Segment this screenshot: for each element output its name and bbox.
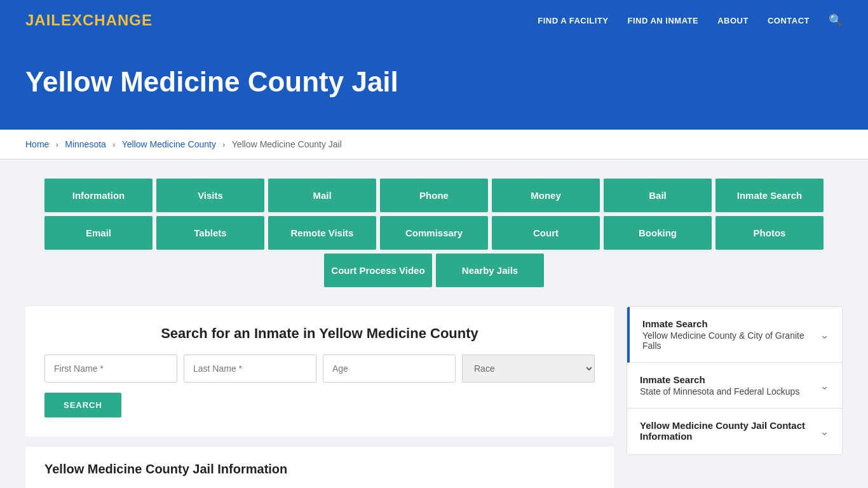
- tab-booking[interactable]: Booking: [604, 216, 712, 250]
- chevron-down-icon-2: ⌄: [820, 379, 829, 393]
- sidebar-item-content-2: Inmate Search State of Minnesota and Fed…: [640, 374, 799, 396]
- tab-photos[interactable]: Photos: [715, 216, 824, 250]
- logo-exchange: EXCHANGE: [61, 11, 153, 29]
- chevron-down-icon-1: ⌄: [820, 328, 829, 342]
- tab-nearby-jails[interactable]: Nearby Jails: [436, 254, 544, 287]
- tab-tablets[interactable]: Tablets: [156, 216, 264, 250]
- breadcrumb-minnesota[interactable]: Minnesota: [65, 139, 106, 149]
- tab-visits[interactable]: Visits: [156, 179, 264, 212]
- tab-phone[interactable]: Phone: [380, 179, 488, 212]
- breadcrumb-current: Yellow Medicine County Jail: [232, 139, 342, 149]
- hero-banner: Yellow Medicine County Jail: [0, 41, 868, 130]
- sidebar-item-content-3: Yellow Medicine County Jail Contact Info…: [640, 420, 813, 443]
- last-name-input[interactable]: [184, 355, 316, 383]
- search-title: Search for an Inmate in Yellow Medicine …: [44, 325, 595, 342]
- sidebar-item-title-3: Yellow Medicine County Jail Contact Info…: [640, 420, 813, 442]
- tab-mail[interactable]: Mail: [268, 179, 376, 212]
- tabs-row-2: Email Tablets Remote Visits Commissary C…: [25, 216, 843, 250]
- tab-court[interactable]: Court: [492, 216, 600, 250]
- sidebar-item-title-2: Inmate Search: [640, 374, 799, 385]
- breadcrumb-yellow-medicine-county[interactable]: Yellow Medicine County: [122, 139, 216, 149]
- inmate-search-panel: Search for an Inmate in Yellow Medicine …: [25, 306, 614, 437]
- nav-about[interactable]: ABOUT: [717, 16, 749, 25]
- tab-inmate-search[interactable]: Inmate Search: [715, 179, 824, 212]
- site-header: JAILEXCHANGE FIND A FACILITY FIND AN INM…: [0, 0, 868, 41]
- breadcrumb-home[interactable]: Home: [25, 139, 49, 149]
- tab-remote-visits[interactable]: Remote Visits: [268, 216, 376, 250]
- breadcrumb-sep-1: ›: [56, 140, 58, 149]
- sidebar-item-content-1: Inmate Search Yellow Medicine County & C…: [642, 318, 813, 351]
- tab-money[interactable]: Money: [492, 179, 600, 212]
- breadcrumb-sep-3: ›: [222, 140, 225, 149]
- tab-court-process-video[interactable]: Court Process Video: [324, 254, 432, 287]
- sidebar-item-inmate-search-local[interactable]: Inmate Search Yellow Medicine County & C…: [627, 307, 842, 363]
- tabs-grid: Information Visits Mail Phone Money Bail…: [25, 179, 843, 287]
- search-button[interactable]: SEARCH: [44, 393, 121, 417]
- search-fields: Race White Black Hispanic Asian Other: [44, 355, 595, 383]
- tabs-row-3: Court Process Video Nearby Jails: [25, 254, 843, 287]
- sidebar-item-contact-info[interactable]: Yellow Medicine County Jail Contact Info…: [627, 409, 842, 454]
- breadcrumb: Home › Minnesota › Yellow Medicine Count…: [0, 130, 868, 159]
- tabs-row-1: Information Visits Mail Phone Money Bail…: [25, 179, 843, 212]
- jail-info-title: Yellow Medicine County Jail Information: [44, 462, 595, 477]
- sidebar-item-title-1: Inmate Search: [642, 318, 813, 329]
- sidebar-item-sub-2: State of Minnesota and Federal Lockups: [640, 386, 799, 396]
- race-select[interactable]: Race White Black Hispanic Asian Other: [462, 355, 595, 383]
- sidebar: Inmate Search Yellow Medicine County & C…: [627, 306, 843, 455]
- breadcrumb-sep-2: ›: [112, 140, 115, 149]
- age-input[interactable]: [323, 355, 456, 383]
- sidebar-item-inmate-search-state[interactable]: Inmate Search State of Minnesota and Fed…: [627, 363, 842, 409]
- first-name-input[interactable]: [44, 355, 177, 383]
- page-title: Yellow Medicine County Jail: [25, 66, 843, 98]
- tab-commissary[interactable]: Commissary: [380, 216, 488, 250]
- main-content: Information Visits Mail Phone Money Bail…: [0, 159, 868, 488]
- tab-bail[interactable]: Bail: [604, 179, 712, 212]
- main-nav: FIND A FACILITY FIND AN INMATE ABOUT CON…: [538, 13, 843, 27]
- tab-information[interactable]: Information: [44, 179, 153, 212]
- sidebar-item-sub-1: Yellow Medicine County & City of Granite…: [642, 330, 813, 351]
- nav-contact[interactable]: CONTACT: [768, 16, 810, 25]
- nav-find-facility[interactable]: FIND A FACILITY: [538, 16, 608, 25]
- site-logo[interactable]: JAILEXCHANGE: [25, 11, 153, 29]
- header-search-button[interactable]: 🔍: [829, 13, 843, 27]
- lower-section: Search for an Inmate in Yellow Medicine …: [25, 306, 843, 488]
- tab-email[interactable]: Email: [44, 216, 153, 250]
- nav-find-inmate[interactable]: FIND AN INMATE: [627, 16, 698, 25]
- jail-info-section: Yellow Medicine County Jail Information: [25, 447, 614, 488]
- logo-jail: JAIL: [25, 11, 61, 29]
- chevron-down-icon-3: ⌄: [820, 424, 829, 438]
